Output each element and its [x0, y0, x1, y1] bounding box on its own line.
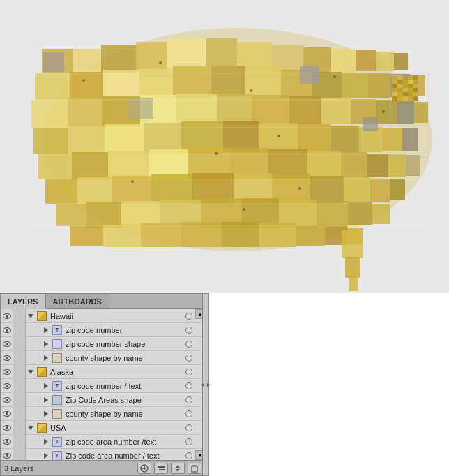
svg-rect-76: [56, 204, 86, 226]
layer-expand-hawaii[interactable]: [26, 309, 36, 323]
layer-row-usa-zip-num-text[interactable]: T Zip code area number / text: [1, 449, 205, 460]
svg-rect-145: [413, 92, 418, 96]
layer-expand-usa-zip-area-text[interactable]: [41, 435, 51, 449]
tab-artboards[interactable]: ARTBOARDS: [46, 294, 109, 308]
layer-expand-usa[interactable]: [26, 421, 36, 435]
layer-visibility-hawaii[interactable]: [1, 309, 13, 323]
target-icon: [185, 396, 192, 403]
layer-lock-alaska[interactable]: [13, 365, 26, 379]
layer-visibility-hawaii-zip-num[interactable]: [1, 323, 13, 337]
svg-rect-35: [289, 96, 321, 124]
delete-layer-button[interactable]: [188, 463, 201, 474]
new-layer-button[interactable]: [137, 463, 151, 474]
layer-target-usa-zip-area-text[interactable]: [183, 435, 195, 449]
layer-lock-usa-zip-area-text[interactable]: [13, 435, 26, 449]
layer-expand-alaska-county[interactable]: [41, 407, 51, 421]
layer-target-alaska-zip-areas[interactable]: [183, 393, 195, 407]
svg-point-115: [277, 135, 280, 137]
svg-point-113: [333, 75, 336, 78]
move-layer-button[interactable]: [171, 463, 185, 474]
svg-rect-83: [317, 201, 348, 226]
svg-rect-97: [349, 276, 358, 291]
layer-icon-alaska-county: [51, 407, 63, 421]
layer-icon-usa-zip-area-text: T: [51, 435, 63, 449]
layer-expand-hawaii-zip-num[interactable]: [41, 323, 51, 337]
layer-row-hawaii-zip-shape[interactable]: zip code number shape: [1, 337, 205, 351]
svg-point-117: [131, 180, 134, 183]
layer-visibility-hawaii-zip-shape[interactable]: [1, 337, 13, 351]
svg-rect-34: [252, 95, 289, 124]
layer-lock-hawaii[interactable]: [13, 309, 26, 323]
layer-lock-alaska-county[interactable]: [13, 407, 26, 421]
svg-point-110: [82, 79, 85, 82]
layer-target-usa-zip-num-text[interactable]: [183, 449, 195, 461]
layer-row-alaska-county[interactable]: county shape by name: [1, 407, 205, 421]
layer-visibility-usa-zip-num-text[interactable]: [1, 449, 13, 461]
layer-target-alaska-county[interactable]: [183, 407, 195, 421]
layer-visibility-usa[interactable]: [1, 421, 13, 435]
chevron-right-icon: [44, 411, 48, 417]
svg-rect-47: [259, 123, 298, 152]
layers-list[interactable]: Hawaii T zip code number: [1, 309, 205, 460]
eye-icon: [3, 411, 11, 417]
layer-lock-hawaii-zip-shape[interactable]: [13, 337, 26, 351]
eye-icon: [3, 397, 11, 403]
svg-rect-99: [129, 98, 153, 119]
layer-lock-hawaii-county[interactable]: [13, 351, 26, 365]
layer-lock-alaska-zip-areas[interactable]: [13, 393, 26, 407]
layer-row-usa-zip-area-text[interactable]: T zip code area number /text: [1, 435, 205, 449]
layer-row-alaska-zip-areas[interactable]: Zip Code Areas shape: [1, 393, 205, 407]
layer-visibility-alaska-zip-areas[interactable]: [1, 393, 13, 407]
layer-row-hawaii[interactable]: Hawaii: [1, 309, 205, 323]
layer-visibility-usa-zip-area-text[interactable]: [1, 435, 13, 449]
svg-rect-154: [158, 466, 165, 468]
layer-target-hawaii-zip-num[interactable]: [183, 323, 195, 337]
layer-lock-usa[interactable]: [13, 421, 26, 435]
layer-visibility-hawaii-county[interactable]: [1, 351, 13, 365]
layer-visibility-alaska-zip-num[interactable]: [1, 379, 13, 393]
eye-icon: [3, 313, 11, 319]
new-sublayer-button[interactable]: [154, 463, 168, 474]
layer-expand-usa-zip-num-text[interactable]: [41, 449, 51, 461]
layer-row-alaska-zip-num[interactable]: T zip code number / text: [1, 379, 205, 393]
svg-rect-20: [211, 66, 245, 96]
panel-resize-handle[interactable]: ◄►: [202, 293, 209, 476]
svg-rect-3: [73, 49, 101, 73]
layer-lock-usa-zip-num-text[interactable]: [13, 449, 26, 461]
layer-target-usa[interactable]: [183, 421, 195, 435]
layer-expand-alaska-zip-areas[interactable]: [41, 393, 51, 407]
layer-visibility-alaska-county[interactable]: [1, 407, 13, 421]
layer-row-alaska[interactable]: Alaska: [1, 365, 205, 379]
group-icon: [37, 311, 47, 321]
svg-rect-141: [392, 92, 397, 96]
layer-lock-hawaii-zip-num[interactable]: [13, 323, 26, 337]
svg-rect-16: [70, 72, 103, 100]
layer-expand-hawaii-zip-shape[interactable]: [41, 337, 51, 351]
svg-point-118: [298, 187, 301, 190]
tab-layers[interactable]: LAYERS: [1, 294, 46, 309]
layer-row-hawaii-county[interactable]: county shape by name: [1, 351, 205, 365]
layer-row-usa[interactable]: USA: [1, 421, 205, 435]
svg-rect-129: [408, 80, 413, 84]
layer-lock-alaska-zip-num[interactable]: [13, 379, 26, 393]
layer-expand-alaska[interactable]: [26, 365, 36, 379]
layer-expand-hawaii-county[interactable]: [41, 351, 51, 365]
svg-rect-66: [77, 177, 112, 204]
svg-rect-60: [307, 151, 341, 179]
layer-count-label: 3 Layers: [4, 464, 135, 473]
svg-rect-43: [105, 124, 144, 155]
svg-rect-122: [397, 75, 403, 80]
layer-target-alaska-zip-num[interactable]: [183, 379, 195, 393]
layer-expand-alaska-zip-num[interactable]: [41, 379, 51, 393]
svg-rect-84: [348, 202, 372, 225]
svg-rect-32: [176, 94, 217, 126]
layer-target-hawaii-county[interactable]: [183, 351, 195, 365]
svg-rect-17: [103, 70, 139, 99]
layer-target-alaska[interactable]: [183, 365, 195, 379]
layer-visibility-alaska[interactable]: [1, 365, 13, 379]
svg-rect-92: [296, 225, 325, 246]
layer-target-hawaii-zip-shape[interactable]: [183, 337, 195, 351]
layer-target-hawaii[interactable]: [183, 309, 195, 323]
layer-name-alaska: Alaska: [48, 368, 183, 376]
layer-row-hawaii-zip-num[interactable]: T zip code number: [1, 323, 205, 337]
